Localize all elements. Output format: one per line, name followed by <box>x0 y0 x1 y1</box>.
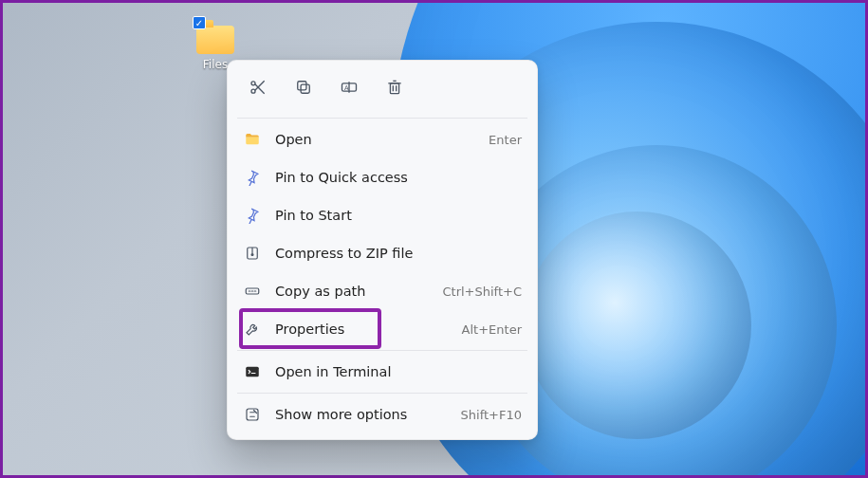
trash-icon <box>385 78 404 101</box>
svg-rect-9 <box>390 83 398 94</box>
context-menu: A Open Enter Pin to Quick access <box>227 60 538 440</box>
svg-text:A: A <box>344 84 349 92</box>
pin-icon <box>243 206 262 225</box>
menu-item-label: Pin to Quick access <box>275 170 508 185</box>
menu-item-label: Copy as path <box>275 284 429 299</box>
svg-point-0 <box>251 82 255 85</box>
path-icon <box>243 282 262 301</box>
scissors-icon <box>249 78 268 101</box>
menu-item-label: Open <box>275 132 475 147</box>
menu-item-show-more-options[interactable]: Show more options Shift+F10 <box>233 395 531 433</box>
more-options-icon <box>243 405 262 424</box>
separator <box>237 118 527 119</box>
wrench-icon <box>243 320 262 339</box>
rename-icon: A <box>340 78 359 101</box>
copy-button[interactable] <box>285 72 323 106</box>
copy-icon <box>294 78 313 101</box>
context-top-actions: A <box>233 66 531 116</box>
folder-open-icon <box>243 130 262 149</box>
menu-item-accel: Ctrl+Shift+C <box>442 285 522 299</box>
folder-icon: ✓ <box>196 26 234 54</box>
menu-item-open[interactable]: Open Enter <box>233 120 531 158</box>
svg-rect-16 <box>246 367 259 377</box>
menu-item-label: Pin to Start <box>275 208 508 223</box>
svg-point-14 <box>251 254 253 256</box>
screenshot-frame: ✓ Files A <box>0 0 868 478</box>
svg-point-1 <box>251 89 255 93</box>
menu-item-label: Compress to ZIP file <box>275 246 508 261</box>
menu-item-pin-start[interactable]: Pin to Start <box>233 196 531 234</box>
menu-item-accel: Enter <box>489 133 522 147</box>
svg-rect-17 <box>247 409 258 420</box>
menu-item-label: Properties <box>275 322 449 337</box>
menu-item-properties[interactable]: Properties Alt+Enter <box>233 310 531 348</box>
separator <box>237 393 527 394</box>
menu-item-label: Show more options <box>275 407 448 422</box>
menu-item-copy-as-path[interactable]: Copy as path Ctrl+Shift+C <box>233 272 531 310</box>
separator <box>237 350 527 351</box>
menu-item-open-terminal[interactable]: Open in Terminal <box>233 353 531 391</box>
menu-item-accel: Alt+Enter <box>462 322 522 337</box>
terminal-icon <box>243 362 262 381</box>
delete-button[interactable] <box>376 72 414 106</box>
rename-button[interactable]: A <box>330 72 368 106</box>
svg-rect-4 <box>301 84 309 93</box>
selected-checkbox-icon: ✓ <box>193 16 206 29</box>
menu-item-label: Open in Terminal <box>275 364 508 379</box>
cut-button[interactable] <box>239 72 277 106</box>
zip-icon <box>243 244 262 263</box>
menu-item-pin-quick-access[interactable]: Pin to Quick access <box>233 158 531 196</box>
svg-rect-5 <box>298 82 306 90</box>
pin-icon <box>243 168 262 187</box>
menu-item-compress-zip[interactable]: Compress to ZIP file <box>233 234 531 272</box>
menu-item-accel: Shift+F10 <box>461 408 522 422</box>
